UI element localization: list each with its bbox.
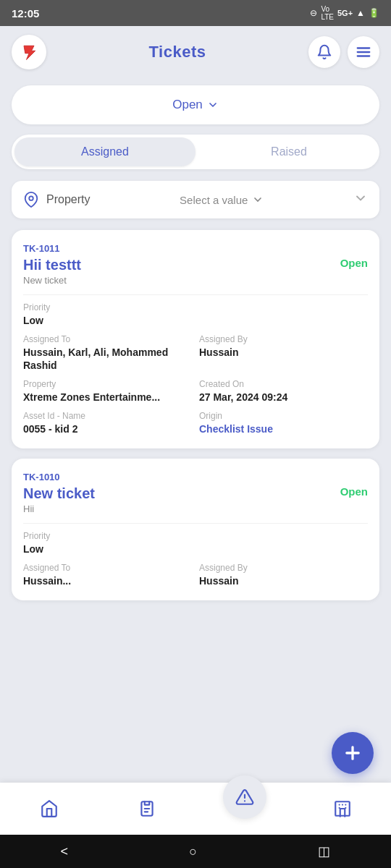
header-actions <box>308 36 379 68</box>
ticket-fields-1: Priority Low Assigned To Hussain... Assi… <box>23 531 368 587</box>
tab-assigned[interactable]: Assigned <box>14 137 196 166</box>
ticket-card-1[interactable]: TK-1010 New ticket Open Hii Priority Low… <box>12 459 379 600</box>
asset-field: Asset Id - Name 0055 - kid 2 <box>23 411 192 435</box>
menu-icon <box>356 44 371 60</box>
notifications-button[interactable] <box>308 36 340 68</box>
filter-chevron-icon <box>353 191 368 205</box>
nav-buildings[interactable] <box>293 799 391 818</box>
bottom-navigation <box>0 783 391 835</box>
spacer-field <box>199 302 368 327</box>
assigned-to-field-1: Assigned To Hussain... <box>23 563 192 587</box>
ticket-status-0: Open <box>340 257 368 269</box>
ticket-id-0: TK-1011 <box>23 243 368 254</box>
assigned-by-field: Assigned By Hussain <box>199 334 368 372</box>
ticket-title-0: Hii testtt <box>23 257 340 273</box>
nav-central[interactable] <box>196 775 293 819</box>
ticket-card-0[interactable]: TK-1011 Hii testtt Open New ticket Prior… <box>12 230 379 448</box>
created-on-field: Created On 27 Mar, 2024 09:24 <box>199 379 368 404</box>
system-bar: < ○ ◫ <box>0 835 391 868</box>
status-bar: 12:05 ⊖ VoLTE 5G+ ▲ 🔋 <box>0 0 391 26</box>
app-logo <box>12 35 46 69</box>
building-icon <box>333 799 352 818</box>
nav-tickets[interactable] <box>98 799 196 818</box>
origin-field: Origin Checklist Issue <box>199 411 368 435</box>
home-icon <box>40 799 59 818</box>
status-dropdown[interactable]: Open <box>12 85 379 124</box>
ticket-tabs: Assigned Raised <box>12 135 379 169</box>
svg-point-3 <box>29 196 33 200</box>
priority-field: Priority Low <box>23 302 192 327</box>
recents-button[interactable]: ◫ <box>318 843 330 859</box>
assigned-to-field: Assigned To Hussain, Karl, Ali, Mohammed… <box>23 334 192 372</box>
property-field: Property Xtreme Zones Entertainme... <box>23 379 192 404</box>
status-time: 12:05 <box>12 7 39 20</box>
tab-raised[interactable]: Raised <box>198 135 379 169</box>
clipboard-icon <box>138 799 156 818</box>
central-action-circle <box>223 775 266 819</box>
app-header: Tickets <box>0 26 391 78</box>
back-button[interactable]: < <box>61 844 69 859</box>
property-select-value: Select a value <box>180 194 264 206</box>
ticket-subtitle-1: Hii <box>23 503 368 514</box>
ticket-title-1: New ticket <box>23 485 340 502</box>
add-ticket-fab[interactable] <box>332 732 374 774</box>
logo-icon <box>19 42 39 62</box>
status-dropdown-label: Open <box>172 98 203 112</box>
dropdown-chevron-icon <box>207 99 219 111</box>
home-button[interactable]: ○ <box>189 844 197 859</box>
plus-icon <box>342 743 363 763</box>
page-title: Tickets <box>149 43 206 61</box>
ticket-divider <box>23 294 368 295</box>
priority-field-1: Priority Low <box>23 531 192 556</box>
bell-icon <box>316 44 332 60</box>
status-icons: ⊖ VoLTE 5G+ ▲ 🔋 <box>310 5 379 21</box>
location-pin-icon <box>23 192 39 208</box>
select-chevron-icon <box>252 194 264 205</box>
main-content: Open Assigned Raised Property Select a v… <box>0 78 391 668</box>
ticket-id-1: TK-1010 <box>23 472 368 482</box>
property-filter-label: Property <box>46 193 90 206</box>
ticket-status-1: Open <box>340 485 368 498</box>
assigned-by-field-1: Assigned By Hussain <box>199 563 368 587</box>
alert-triangle-icon <box>235 788 254 807</box>
ticket-subtitle-0: New ticket <box>23 275 368 286</box>
nav-home[interactable] <box>0 799 98 818</box>
ticket-fields-0: Priority Low Assigned To Hussain, Karl, … <box>23 302 368 435</box>
property-filter[interactable]: Property Select a value <box>12 181 379 218</box>
menu-button[interactable] <box>348 36 379 68</box>
ticket-divider-1 <box>23 523 368 524</box>
